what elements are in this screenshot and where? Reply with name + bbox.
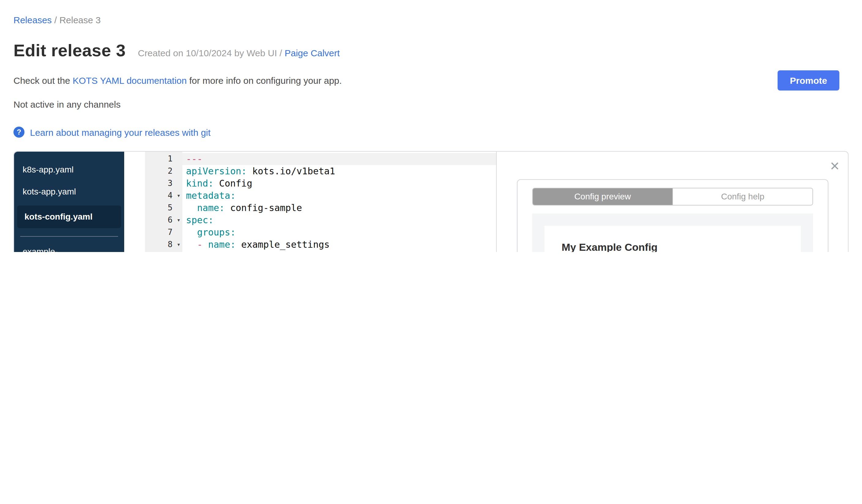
question-mark-icon[interactable]: ? <box>13 127 25 137</box>
code-line-1[interactable]: 1--- <box>145 153 496 165</box>
doc-text-before: Check out the <box>13 75 73 85</box>
code-line-text: title: My Example Config <box>182 251 496 252</box>
git-releases-link[interactable]: Learn about managing your releases with … <box>30 127 210 137</box>
line-number: 6▾ <box>145 214 182 226</box>
file-tree-list: k8s-app.yamlkots-app.yamlkots-config.yam… <box>14 164 124 252</box>
yaml-editor[interactable]: 1---2apiVersion: kots.io/v1beta13kind: C… <box>145 152 496 252</box>
breadcrumb-separator: / <box>54 15 56 25</box>
code-line-8[interactable]: 8▾ - name: example_settings <box>145 239 496 251</box>
doc-info: Check out the KOTS YAML documentation fo… <box>13 75 342 85</box>
created-text: Created on 10/10/2024 by Web UI / <box>138 48 285 58</box>
preview-card: Config previewConfig help My Example Con… <box>517 179 828 252</box>
created-info: Created on 10/10/2024 by Web UI / Paige … <box>138 48 340 58</box>
code-line-7[interactable]: 7 groups: <box>145 226 496 239</box>
fold-caret-icon[interactable]: ▾ <box>177 190 181 202</box>
file-tree-divider <box>20 236 118 237</box>
code-line-3[interactable]: 3kind: Config <box>145 177 496 190</box>
breadcrumb: Releases / Release 3 <box>13 15 849 25</box>
code-line-4[interactable]: 4▾metadata: <box>145 190 496 202</box>
promote-button[interactable]: Promote <box>778 70 839 91</box>
code-line-text: --- <box>182 153 496 165</box>
page-title: Edit release 3 <box>13 41 126 61</box>
sidebar-editor-gap <box>124 152 145 252</box>
config-preview-panel: × Config previewConfig help My Example C… <box>496 152 848 252</box>
code-line-text: groups: <box>182 226 496 239</box>
breadcrumb-releases-link[interactable]: Releases <box>13 15 52 25</box>
close-icon[interactable]: × <box>830 158 839 174</box>
title-row: Edit release 3 Created on 10/10/2024 by … <box>13 41 849 61</box>
line-number: 4▾ <box>145 190 182 202</box>
doc-text-after: for more info on configuring your app. <box>186 75 342 85</box>
config-card: My Example Config Customize Text Inputs … <box>545 226 801 252</box>
code-line-text: apiVersion: kots.io/v1beta1 <box>182 165 496 177</box>
line-number: 9 <box>145 251 182 252</box>
file-item-example-configmap.yaml[interactable]: example-configmap.yaml <box>14 246 124 252</box>
preview-tabs: Config previewConfig help <box>532 188 813 205</box>
git-help-row: ? Learn about managing your releases wit… <box>13 127 849 137</box>
tab-config-help[interactable]: Config help <box>672 188 812 205</box>
file-item-kots-app.yaml[interactable]: kots-app.yaml <box>14 186 124 198</box>
channel-status: Not active in any channels <box>13 99 849 109</box>
line-number: 2 <box>145 165 182 177</box>
code-line-6[interactable]: 6▾spec: <box>145 214 496 226</box>
code-line-9[interactable]: 9 title: My Example Config <box>145 251 496 252</box>
line-number: 3 <box>145 177 182 190</box>
code-line-text: - name: example_settings <box>182 239 496 251</box>
line-number: 8▾ <box>145 239 182 251</box>
code-line-5[interactable]: 5 name: config-sample <box>145 202 496 214</box>
kots-yaml-doc-link[interactable]: KOTS YAML documentation <box>73 75 186 85</box>
doc-row: Check out the KOTS YAML documentation fo… <box>13 70 849 91</box>
file-item-k8s-app.yaml[interactable]: k8s-app.yaml <box>14 164 124 175</box>
file-item-kots-config.yaml[interactable]: kots-config.yaml <box>17 205 121 228</box>
code-line-text: metadata: <box>182 190 496 202</box>
breadcrumb-current: Release 3 <box>59 15 101 25</box>
line-number: 7 <box>145 226 182 239</box>
code-line-2[interactable]: 2apiVersion: kots.io/v1beta1 <box>145 165 496 177</box>
release-workbench: k8s-app.yamlkots-app.yamlkots-config.yam… <box>13 151 849 252</box>
line-number: 1 <box>145 153 182 165</box>
author-link[interactable]: Paige Calvert <box>285 48 340 58</box>
edit-release-page: Releases / Release 3 Edit release 3 Crea… <box>0 0 862 252</box>
code-line-text: spec: <box>182 214 496 226</box>
tab-config-preview[interactable]: Config preview <box>533 188 672 205</box>
fold-caret-icon[interactable]: ▾ <box>177 239 181 251</box>
code-line-text: kind: Config <box>182 177 496 190</box>
preview-content-area: My Example Config Customize Text Inputs … <box>532 213 813 252</box>
fold-caret-icon[interactable]: ▾ <box>177 214 181 226</box>
file-tree: k8s-app.yamlkots-app.yamlkots-config.yam… <box>14 152 124 252</box>
config-group-title: My Example Config <box>562 242 784 252</box>
line-number: 5 <box>145 202 182 214</box>
code-line-text: name: config-sample <box>182 202 496 214</box>
